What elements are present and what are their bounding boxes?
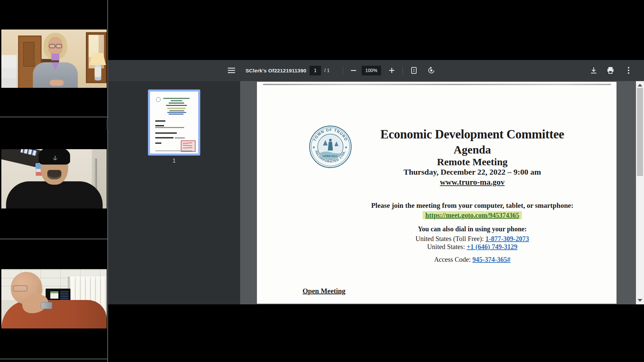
screen: ⚓ ‹ SClerk's Of2212191139 [0,0,644,362]
us-phone-link[interactable]: +1 (646) 749-3129 [467,243,517,250]
scroll-up-arrow[interactable] [638,84,642,86]
beanie-hat: ⚓ [39,149,70,165]
thumb-text-line [175,137,185,138]
zoom-in-button[interactable] [386,64,398,76]
participants-panel: ⚓ [0,0,108,362]
hands [50,80,64,86]
turtleneck [51,54,59,60]
download-button[interactable] [588,64,600,76]
participant-video-2[interactable]: ⚓ [1,149,107,208]
doc-us-line: United States: +1 (646) 749-3129 [307,243,637,251]
pdf-toolbar: SClerk's Of22121911390 1 / 1 100% [108,60,644,81]
zoom-level-display: 100% [362,66,381,75]
participant-video-1[interactable] [1,29,107,88]
sweater [1,300,107,328]
doc-date-line: Thursday, December 22, 2022 – 9:00 am [307,168,637,177]
thumb-text-line [155,142,161,144]
thumb-text-line [169,103,184,104]
us-label: United States: [427,243,467,250]
glasses [13,285,28,292]
screen-share-bottom-letterbox [108,304,644,362]
mustache [47,170,61,179]
fit-page-button[interactable] [408,64,420,76]
doc-remote-meeting-line: Remote Meeting [307,156,637,168]
tollfree-label: United States (Toll Free): [416,235,486,242]
goto-meeting-link[interactable]: https://meet.goto.com/945374365 [423,211,522,219]
lamp-base [95,65,101,80]
thumb-text-line [155,132,177,134]
doc-tollfree-line: United States (Toll Free): 1-877-309-207… [307,235,637,243]
page-number-input[interactable]: 1 [310,66,321,75]
thumb-text-line [155,127,184,128]
doc-agenda-line: Agenda [307,143,637,156]
access-label: Access Code: [434,256,472,263]
access-code-link[interactable]: 945-374-365# [473,256,511,263]
participant-separator [0,117,107,117]
print-icon [607,67,614,74]
tv-video-card [50,291,58,299]
participant-separator [0,239,107,239]
glasses [56,44,62,48]
zoom-out-button[interactable] [347,64,360,76]
scrollbar-thumb[interactable] [637,88,643,176]
scroll-down-arrow[interactable] [638,299,642,302]
page-1-thumbnail[interactable] [148,89,200,156]
cabinet [1,55,17,88]
wrist-watch [41,302,52,309]
hamburger-icon [228,67,235,73]
doc-dial-header: You can also dial in using your phone: [307,225,637,233]
thumb-text-line [155,120,165,122]
more-options-button[interactable] [623,64,635,76]
door-panel [23,42,35,67]
ear [37,286,43,294]
minus-icon [351,68,356,73]
document-page: TOWN OF TRURO INCORPORATED 1709. ★ ★ COR… [257,82,616,304]
thumb-text-line [155,125,164,126]
doc-access-line: Access Code: 945-374-365# [307,256,637,263]
anchor-icon: ⚓ [53,155,57,161]
document-title: SClerk's Of22121911390 [246,60,306,81]
thumbnail-page-preview [150,92,198,154]
download-icon [590,67,597,74]
glasses [49,44,55,48]
toolbar-separator [343,67,343,74]
page-count-label: / 1 [324,60,330,81]
scan-artifact [263,84,611,85]
kebab-menu-icon [628,67,630,74]
thumb-link-line [169,114,183,115]
fit-page-icon [410,67,418,74]
thumb-seal [156,97,161,102]
thumb-text-line [169,110,184,111]
hoodie [6,181,103,208]
plus-icon [389,68,394,73]
thumb-text-line [171,100,182,101]
tollfree-phone-link[interactable]: 1-877-309-2073 [485,235,529,242]
thumb-text-line [166,105,187,106]
toolbar-separator [402,67,403,74]
thumb-red-stamp [181,140,196,152]
thumb-footer-line [155,150,192,151]
doc-section-heading: Open Meeting [303,287,345,295]
rotate-button[interactable] [425,64,437,76]
thumb-highlight-line [167,107,185,109]
vertical-scrollbar[interactable] [636,81,644,304]
doc-meeting-link-line: https://meet.goto.com/945374365 [307,212,637,219]
thumbnail-sidebar: 1 [108,81,240,304]
thumb-text-line [163,98,190,99]
participant-video-3[interactable] [1,269,107,328]
rotate-icon [428,67,435,74]
thumb-text-line [155,137,173,138]
menu-button[interactable] [225,64,237,76]
doc-title-line: Economic Development Committee [307,127,637,141]
doc-join-intro: Please join the meeting from your comput… [307,201,637,210]
thumbnail-page-label: 1 [108,158,240,164]
screen-share-top-letterbox [108,0,644,60]
print-button[interactable] [604,64,616,76]
thumb-link-line [167,112,186,113]
doc-website-link[interactable]: www.truro-ma.gov [307,178,637,187]
participant-separator [0,359,107,359]
